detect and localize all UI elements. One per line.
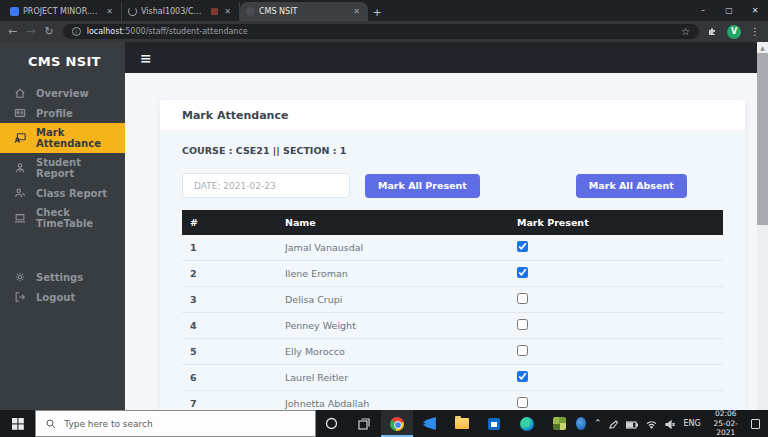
- back-icon[interactable]: ←: [8, 26, 17, 37]
- present-checkbox[interactable]: [517, 397, 528, 408]
- present-checkbox[interactable]: [517, 267, 528, 278]
- hamburger-menu-icon[interactable]: ≡: [140, 51, 152, 65]
- table-row: 1Jamal Vanausdal: [182, 235, 723, 261]
- search-icon: [46, 419, 56, 429]
- sidebar-item-check-timetable[interactable]: Check TimeTable: [0, 203, 125, 233]
- clock-time: 02:06: [709, 409, 743, 419]
- app-brand: CMS NSIT: [0, 49, 125, 83]
- taskbar-vscode-icon[interactable]: [413, 410, 446, 437]
- top-navbar: ≡: [125, 42, 757, 73]
- taskbar-search-box[interactable]: Type here to search: [35, 410, 315, 437]
- taskbar-store-icon[interactable]: [478, 410, 511, 437]
- url-bar[interactable]: i localhost:5000/staff/student-attendanc…: [63, 24, 699, 39]
- row-student-name: Elly Morocco: [277, 339, 509, 365]
- screen: PROJECT MINOR.docx - Google ✕ Vishal1003…: [0, 0, 768, 437]
- sidebar-item-label: Logout: [36, 292, 75, 303]
- tray-expand-icon[interactable]: ⌃: [594, 419, 602, 428]
- taskbar-app-icon[interactable]: [543, 410, 576, 437]
- forward-icon[interactable]: →: [26, 26, 35, 37]
- id-card-icon: [13, 107, 27, 119]
- tab-project-minor[interactable]: PROJECT MINOR.docx - Google ✕: [4, 2, 122, 21]
- taskbar-edge-icon[interactable]: [511, 410, 544, 437]
- sidebar-item-label: Settings: [36, 272, 83, 283]
- loading-spinner-favicon: [128, 7, 137, 16]
- present-checkbox[interactable]: [517, 319, 528, 330]
- browser-menu-icon[interactable]: ⋮: [750, 27, 760, 37]
- new-tab-button[interactable]: +: [368, 3, 386, 21]
- card-body: COURSE : CSE21 || SECTION : 1 Mark All P…: [160, 131, 745, 417]
- course-section-label: COURSE : CSE21 || SECTION : 1: [182, 145, 723, 156]
- scrollbar-up-arrow-icon[interactable]: ▲: [760, 42, 765, 51]
- row-student-name: Jamal Vanausdal: [277, 235, 509, 261]
- browser-tabstrip: PROJECT MINOR.docx - Google ✕ Vishal1003…: [0, 0, 768, 21]
- sidebar-item-label: Student Report: [36, 157, 117, 179]
- tab-title: CMS NSIT: [259, 7, 347, 16]
- site-info-icon[interactable]: i: [72, 27, 81, 36]
- tray-app-icon[interactable]: [576, 417, 586, 430]
- present-checkbox[interactable]: [517, 345, 528, 356]
- sidebar-item-label: Overview: [36, 88, 89, 99]
- home-icon: [13, 87, 27, 99]
- extensions-puzzle-icon[interactable]: [708, 26, 718, 38]
- attendance-table-body: 1Jamal Vanausdal2Ilene Eroman3Delisa Cru…: [182, 235, 723, 417]
- start-button[interactable]: [0, 410, 35, 437]
- sidebar-item-logout[interactable]: Logout: [0, 287, 125, 307]
- task-view-button[interactable]: [348, 410, 381, 437]
- tab-close-icon[interactable]: ✕: [104, 7, 115, 16]
- tab-title: Vishal1003/CUMS_DBMS: A: [141, 7, 207, 16]
- date-input[interactable]: [182, 173, 350, 198]
- action-center-icon[interactable]: [751, 419, 760, 429]
- pen-icon[interactable]: [609, 414, 618, 433]
- mark-all-present-button[interactable]: Mark All Present: [365, 174, 480, 198]
- sidebar-item-mark-attendance[interactable]: Mark Attendance: [0, 123, 125, 153]
- present-checkbox[interactable]: [517, 293, 528, 304]
- sidebar: CMS NSIT Overview Profile Mark Attendanc…: [0, 42, 125, 410]
- student-icon: [13, 162, 27, 174]
- gear-icon: [13, 271, 27, 283]
- sidebar-item-label: Mark Attendance: [36, 127, 117, 149]
- row-number: 4: [182, 313, 277, 339]
- row-present-cell: [509, 313, 723, 339]
- refresh-icon[interactable]: ↻: [44, 26, 53, 37]
- taskbar-chrome-icon[interactable]: [381, 410, 414, 437]
- system-tray: ⌃ ENG 02:06 25-02-2021: [576, 409, 768, 437]
- tab-close-icon[interactable]: ✕: [351, 7, 362, 16]
- present-checkbox[interactable]: [517, 371, 528, 382]
- row-present-cell: [509, 235, 723, 261]
- row-student-name: Delisa Crupi: [277, 287, 509, 313]
- row-present-cell: [509, 365, 723, 391]
- volume-icon[interactable]: [665, 414, 675, 433]
- present-checkbox[interactable]: [517, 241, 528, 252]
- maximize-button[interactable]: ▢: [716, 0, 742, 21]
- battery-icon[interactable]: [626, 414, 638, 433]
- attendance-form-row: Mark All Present Mark All Absent: [182, 173, 723, 198]
- clock-date: 25-02-2021: [709, 419, 743, 437]
- bookmark-star-icon[interactable]: ☆: [681, 27, 690, 37]
- close-button[interactable]: ✕: [742, 0, 768, 21]
- wifi-icon[interactable]: [646, 414, 657, 433]
- url-path: :5000/staff/student-attendance: [123, 27, 248, 36]
- tab-cms-nsit[interactable]: CMS NSIT ✕: [240, 2, 368, 21]
- sidebar-item-overview[interactable]: Overview: [0, 83, 125, 103]
- row-number: 6: [182, 365, 277, 391]
- mark-all-absent-button[interactable]: Mark All Absent: [576, 174, 687, 198]
- sidebar-item-class-report[interactable]: Class Report: [0, 183, 125, 203]
- taskbar-clock[interactable]: 02:06 25-02-2021: [709, 409, 743, 437]
- page-scrollbar[interactable]: ▲: [757, 42, 768, 410]
- tab-close-icon[interactable]: ✕: [222, 7, 233, 16]
- cortana-button[interactable]: [316, 410, 349, 437]
- sidebar-item-profile[interactable]: Profile: [0, 103, 125, 123]
- row-student-name: Penney Weight: [277, 313, 509, 339]
- profile-avatar[interactable]: V: [727, 25, 741, 39]
- language-indicator[interactable]: ENG: [683, 419, 700, 428]
- minimize-button[interactable]: –: [690, 0, 716, 21]
- row-student-name: Laurel Reitler: [277, 365, 509, 391]
- column-header-mark-present: Mark Present: [509, 210, 723, 235]
- cms-favicon: [246, 7, 255, 16]
- sidebar-item-settings[interactable]: Settings: [0, 267, 125, 287]
- sidebar-item-student-report[interactable]: Student Report: [0, 153, 125, 183]
- scrollbar-thumb[interactable]: [757, 53, 768, 225]
- tab-github-repo[interactable]: Vishal1003/CUMS_DBMS: A ✕: [122, 2, 240, 21]
- search-placeholder: Type here to search: [64, 419, 152, 429]
- taskbar-file-explorer-icon[interactable]: [446, 410, 479, 437]
